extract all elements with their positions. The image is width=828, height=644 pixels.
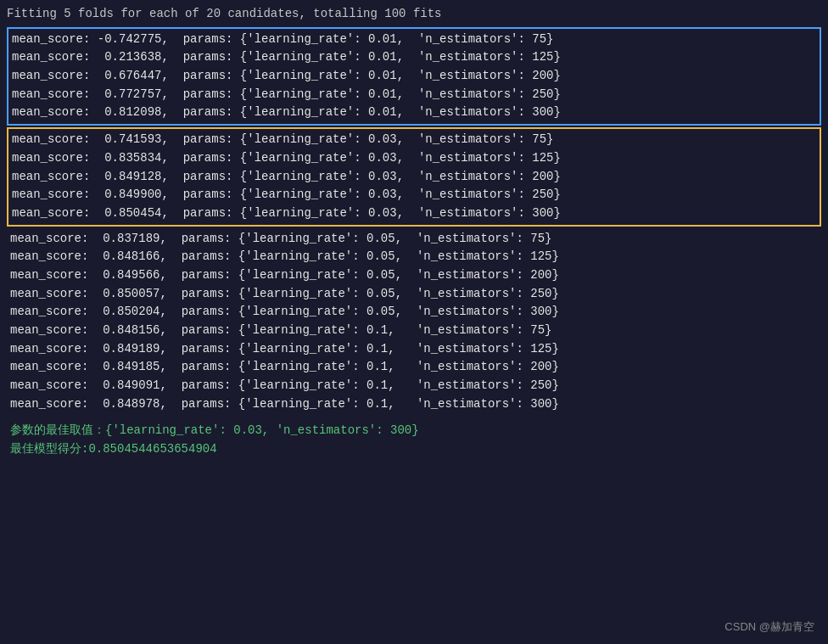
table-row: mean_score: 0.848166, params: {'learning… [10, 248, 818, 266]
table-row: mean_score: 0.850204, params: {'learning… [10, 303, 818, 322]
watermark: CSDN @赫加青空 [724, 619, 814, 636]
table-row: mean_score: 0.850057, params: {'learning… [10, 285, 818, 304]
blue-section: mean_score: -0.742775, params: {'learnin… [7, 27, 821, 126]
table-row: mean_score: 0.848156, params: {'learning… [10, 322, 818, 340]
best-score-line: 最佳模型得分:0.8504544653654904 [10, 440, 818, 459]
table-row: mean_score: 0.676447, params: {'learning… [12, 67, 816, 86]
footer-area: 参数的最佳取值：{'learning_rate': 0.03, 'n_estim… [7, 420, 821, 460]
table-row: mean_score: 0.849091, params: {'learning… [10, 377, 818, 395]
table-row: mean_score: 0.741593, params: {'learning… [12, 131, 816, 149]
table-row: mean_score: 0.772757, params: {'learning… [12, 86, 816, 104]
table-row: mean_score: 0.848978, params: {'learning… [10, 395, 818, 414]
yellow-section: mean_score: 0.741593, params: {'learning… [7, 127, 821, 226]
table-row: mean_score: 0.849566, params: {'learning… [10, 266, 818, 285]
table-row: mean_score: 0.849900, params: {'learning… [12, 186, 816, 204]
header-line: Fitting 5 folds for each of 20 candidate… [7, 5, 821, 24]
table-row: mean_score: 0.835834, params: {'learning… [12, 149, 816, 168]
table-row: mean_score: 0.837189, params: {'learning… [10, 230, 818, 249]
table-row: mean_score: 0.812098, params: {'learning… [12, 104, 816, 122]
table-row: mean_score: 0.849128, params: {'learning… [12, 168, 816, 187]
table-row: mean_score: 0.849185, params: {'learning… [10, 358, 818, 377]
plain-section: mean_score: 0.837189, params: {'learning… [7, 228, 821, 416]
table-row: mean_score: 0.850454, params: {'learning… [12, 204, 816, 223]
table-row: mean_score: 0.213638, params: {'learning… [12, 48, 816, 67]
best-params-line: 参数的最佳取值：{'learning_rate': 0.03, 'n_estim… [10, 422, 818, 440]
table-row: mean_score: 0.849189, params: {'learning… [10, 340, 818, 359]
table-row: mean_score: -0.742775, params: {'learnin… [12, 31, 816, 49]
